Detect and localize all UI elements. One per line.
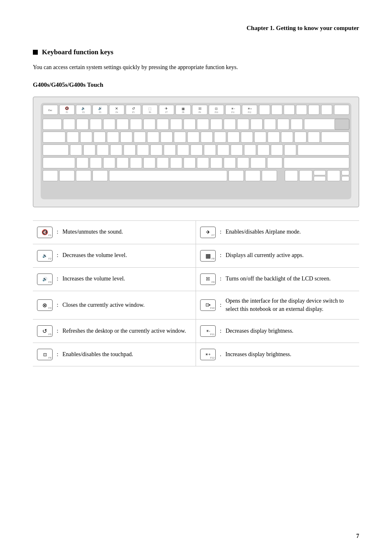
svg-rect-60 bbox=[237, 119, 249, 130]
svg-rect-74 bbox=[147, 132, 159, 142]
svg-text:✈: ✈ bbox=[165, 107, 168, 111]
svg-rect-69 bbox=[80, 132, 92, 142]
svg-rect-54 bbox=[157, 119, 169, 130]
svg-rect-39 bbox=[259, 105, 270, 114]
backlight-key-icon: ☒ F9 bbox=[200, 273, 216, 285]
svg-rect-43 bbox=[309, 105, 319, 114]
svg-text:🔇: 🔇 bbox=[65, 106, 69, 110]
svg-text:F6: F6 bbox=[149, 111, 151, 114]
svg-rect-93 bbox=[124, 145, 136, 155]
svg-text:Esc: Esc bbox=[48, 109, 53, 111]
svg-rect-90 bbox=[83, 145, 95, 155]
svg-rect-95 bbox=[150, 145, 162, 155]
svg-rect-107 bbox=[43, 158, 75, 168]
svg-rect-114 bbox=[157, 158, 169, 168]
vol-down-key-icon: 🔉 F2 bbox=[37, 250, 53, 262]
svg-rect-117 bbox=[197, 158, 209, 168]
svg-rect-76 bbox=[174, 132, 186, 142]
svg-text:F7: F7 bbox=[166, 111, 168, 114]
svg-rect-130 bbox=[245, 170, 260, 181]
svg-rect-104 bbox=[271, 145, 283, 155]
svg-rect-132 bbox=[285, 170, 297, 181]
svg-rect-62 bbox=[264, 119, 276, 130]
svg-text:⊡: ⊡ bbox=[215, 107, 218, 111]
svg-rect-106 bbox=[298, 145, 349, 155]
refresh-key-icon: ↺ F5 bbox=[37, 325, 53, 337]
svg-rect-113 bbox=[143, 158, 155, 168]
keyboard-illustration: Esc 🔇 F1 🔉 F2 🔊 F3 ✕ F4 ↺ F5 bbox=[33, 97, 359, 207]
svg-rect-75 bbox=[161, 132, 173, 142]
svg-text:▦: ▦ bbox=[182, 107, 185, 111]
svg-rect-96 bbox=[164, 145, 176, 155]
svg-rect-66 bbox=[335, 119, 349, 130]
svg-rect-86 bbox=[308, 132, 320, 142]
svg-rect-115 bbox=[170, 158, 182, 168]
svg-rect-134 bbox=[314, 170, 326, 175]
svg-rect-116 bbox=[184, 158, 196, 168]
svg-rect-41 bbox=[284, 105, 295, 114]
vol-up-description: Increases the volume level. bbox=[62, 275, 191, 283]
svg-rect-123 bbox=[284, 158, 349, 168]
svg-rect-85 bbox=[295, 132, 307, 142]
svg-rect-101 bbox=[231, 145, 243, 155]
vol-up-key-icon: 🔊 F3 bbox=[37, 273, 53, 285]
svg-rect-138 bbox=[342, 176, 349, 181]
svg-rect-112 bbox=[130, 158, 142, 168]
close-description: Closes the currently active window. bbox=[62, 301, 191, 309]
svg-rect-91 bbox=[97, 145, 109, 155]
svg-text:F11: F11 bbox=[231, 111, 235, 114]
svg-rect-92 bbox=[110, 145, 122, 155]
backlight-description: Turns on/off the backlight of the LCD sc… bbox=[226, 275, 355, 283]
fkey-apps: ▦ F8 : Displays all currently active app… bbox=[196, 244, 359, 268]
svg-rect-68 bbox=[67, 132, 79, 142]
fkey-close: ⊗ F4 : Closes the currently active windo… bbox=[33, 291, 196, 320]
fkey-backlight: ☒ F9 : Turns on/off the backlight of the… bbox=[196, 268, 359, 291]
fkey-vol-up: 🔊 F3 : Increases the volume level. bbox=[33, 268, 196, 291]
display-switch-description: Opens the interface for the display devi… bbox=[226, 297, 355, 314]
svg-text:F4: F4 bbox=[115, 111, 118, 114]
svg-text:🔉: 🔉 bbox=[81, 106, 85, 110]
chapter-header: Chapter 1. Getting to know your computer bbox=[33, 25, 359, 32]
svg-rect-111 bbox=[117, 158, 129, 168]
close-key-icon: ⊗ F4 bbox=[37, 299, 53, 311]
mute-key-icon: 🔇 F1 bbox=[37, 227, 53, 238]
svg-rect-79 bbox=[214, 132, 226, 142]
svg-rect-137 bbox=[342, 170, 349, 175]
section-title-text: Keyboard function keys bbox=[42, 48, 113, 56]
svg-rect-127 bbox=[92, 170, 107, 181]
svg-rect-100 bbox=[217, 145, 229, 155]
keyboard-svg: Esc 🔇 F1 🔉 F2 🔊 F3 ✕ F4 ↺ F5 bbox=[41, 103, 351, 199]
page: Chapter 1. Getting to know your computer… bbox=[0, 0, 392, 556]
fkey-touchpad: ⊡ F6 : Enables/disables the touchpad. bbox=[33, 343, 196, 366]
svg-text:F5: F5 bbox=[132, 111, 135, 114]
section-title: Keyboard function keys bbox=[33, 48, 359, 56]
chapter-title: Chapter 1. Getting to know your computer bbox=[247, 25, 359, 31]
section-bullet bbox=[33, 50, 38, 55]
svg-rect-105 bbox=[284, 145, 296, 155]
svg-rect-121 bbox=[251, 158, 265, 168]
svg-rect-81 bbox=[241, 132, 253, 142]
touchpad-description: Enables/disables the touchpad. bbox=[62, 350, 191, 359]
svg-rect-136 bbox=[327, 170, 340, 181]
svg-rect-108 bbox=[76, 158, 88, 168]
svg-rect-87 bbox=[321, 132, 349, 142]
svg-rect-84 bbox=[281, 132, 293, 142]
svg-rect-122 bbox=[267, 158, 282, 168]
svg-rect-131 bbox=[262, 170, 277, 181]
svg-text:F3: F3 bbox=[99, 111, 101, 114]
svg-rect-110 bbox=[104, 158, 115, 168]
svg-rect-80 bbox=[228, 132, 240, 142]
fkey-refresh: ↺ F5 : Refreshes the desktop or the curr… bbox=[33, 320, 196, 343]
svg-rect-61 bbox=[251, 119, 263, 130]
svg-text:☀-: ☀- bbox=[231, 107, 235, 111]
brightness-down-key-icon: ☀- F11 bbox=[200, 325, 216, 337]
svg-rect-99 bbox=[204, 145, 216, 155]
svg-rect-52 bbox=[130, 119, 142, 130]
svg-rect-103 bbox=[258, 145, 270, 155]
svg-rect-64 bbox=[291, 119, 303, 130]
airplane-key-icon: ✈ F7 bbox=[200, 227, 216, 238]
svg-text:☒: ☒ bbox=[198, 107, 201, 111]
section-description: You can access certain system settings q… bbox=[33, 63, 359, 72]
svg-rect-119 bbox=[224, 158, 236, 168]
apps-key-icon: ▦ F8 bbox=[200, 250, 216, 262]
